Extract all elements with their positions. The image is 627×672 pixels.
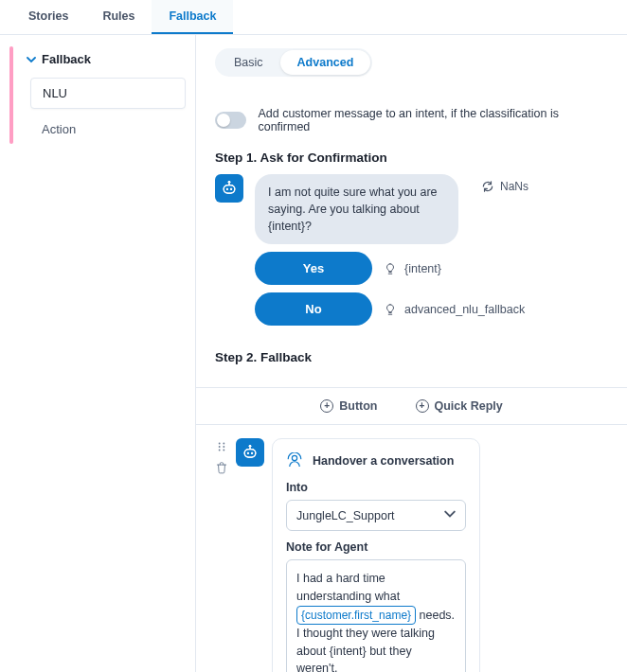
add-to-intent-label: Add customer message to an intent, if th… — [258, 107, 608, 133]
svg-point-10 — [249, 445, 252, 448]
yes-target[interactable]: {intent} — [384, 262, 441, 275]
template-variable-tag[interactable]: {customer.first_name} — [296, 606, 416, 625]
nans-label: NaNs — [500, 180, 528, 193]
note-label: Note for Agent — [286, 540, 466, 554]
add-button[interactable]: + Button — [320, 399, 377, 413]
svg-point-13 — [251, 452, 253, 454]
mode-pill: Basic Advanced — [215, 48, 372, 77]
add-to-intent-toggle[interactable] — [215, 112, 246, 129]
step2-title: Step 2. Fallback — [215, 350, 608, 364]
note-textarea[interactable]: I had a hard time understanding what {cu… — [286, 559, 466, 672]
sidebar-header-label: Fallback — [42, 52, 91, 66]
tab-rules[interactable]: Rules — [85, 0, 152, 34]
svg-point-5 — [223, 443, 224, 445]
card-title: Handover a conversation — [313, 454, 454, 468]
into-value: JungleLC_Support — [296, 509, 395, 522]
svg-point-2 — [226, 188, 228, 190]
divider — [196, 424, 627, 425]
sidebar-header[interactable]: Fallback — [19, 46, 186, 72]
handover-icon — [286, 452, 303, 469]
mode-advanced[interactable]: Advanced — [280, 50, 371, 75]
into-select[interactable]: JungleLC_Support — [286, 500, 466, 531]
mode-basic[interactable]: Basic — [217, 50, 280, 75]
add-button-label: Button — [339, 399, 377, 413]
add-quick-reply-label: Quick Reply — [435, 399, 503, 413]
no-target-label: advanced_nlu_fallback — [404, 303, 525, 316]
svg-point-4 — [219, 443, 221, 445]
chevron-down-icon — [27, 55, 36, 64]
plus-icon: + — [416, 399, 429, 413]
svg-rect-11 — [244, 450, 256, 457]
sidebar-item-nlu[interactable]: NLU — [30, 78, 186, 109]
handover-card: Handover a conversation Into JungleLC_Su… — [272, 438, 480, 672]
sidebar-accent — [9, 46, 13, 144]
bulb-icon — [384, 303, 397, 316]
chevron-down-icon — [444, 508, 456, 522]
trash-icon[interactable] — [215, 461, 228, 474]
svg-point-7 — [223, 446, 224, 448]
top-tabs: Stories Rules Fallback — [0, 0, 627, 35]
drag-handle-icon[interactable] — [215, 440, 228, 453]
svg-point-3 — [230, 188, 232, 190]
bot-message[interactable]: I am not quite sure what you are saying.… — [255, 174, 458, 244]
note-prefix: I had a hard time understanding what — [296, 572, 400, 603]
into-label: Into — [286, 481, 466, 494]
yes-target-label: {intent} — [404, 262, 441, 275]
bot-icon — [215, 174, 243, 203]
bot-icon — [236, 438, 264, 467]
content: Basic Advanced Add customer message to a… — [196, 35, 627, 672]
step1-title: Step 1. Ask for Confirmation — [215, 150, 608, 165]
tab-stories[interactable]: Stories — [11, 0, 85, 34]
svg-point-14 — [292, 456, 296, 461]
nans-badge[interactable]: NaNs — [481, 180, 528, 193]
tab-fallback[interactable]: Fallback — [152, 0, 233, 34]
add-quick-reply[interactable]: + Quick Reply — [416, 399, 503, 413]
svg-point-0 — [228, 181, 231, 184]
svg-rect-1 — [224, 186, 235, 193]
plus-icon: + — [320, 399, 333, 413]
refresh-icon — [481, 180, 494, 193]
svg-point-8 — [219, 450, 221, 451]
yes-button[interactable]: Yes — [255, 252, 372, 285]
svg-point-12 — [247, 452, 249, 454]
svg-point-9 — [223, 450, 224, 451]
sidebar: Fallback NLU Action — [0, 35, 196, 672]
sidebar-item-action[interactable]: Action — [30, 115, 186, 144]
svg-point-6 — [219, 446, 221, 448]
no-button[interactable]: No — [255, 292, 372, 326]
no-target[interactable]: advanced_nlu_fallback — [384, 303, 525, 316]
bulb-icon — [384, 262, 397, 275]
